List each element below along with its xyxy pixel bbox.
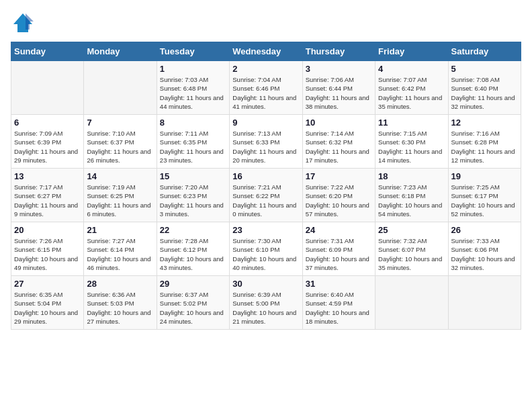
day-number: 25 — [378, 225, 445, 235]
day-info: Sunrise: 6:35 AM Sunset: 5:04 PM Dayligh… — [14, 290, 81, 326]
day-info: Sunrise: 7:19 AM Sunset: 6:25 PM Dayligh… — [87, 183, 153, 218]
calendar-cell: 11Sunrise: 7:15 AM Sunset: 6:30 PM Dayli… — [375, 115, 448, 169]
day-number: 17 — [306, 171, 372, 181]
calendar-cell: 7Sunrise: 7:10 AM Sunset: 6:37 PM Daylig… — [84, 115, 157, 169]
day-number: 1 — [160, 64, 226, 74]
day-info: Sunrise: 6:37 AM Sunset: 5:02 PM Dayligh… — [160, 290, 226, 326]
day-number: 6 — [14, 118, 81, 128]
weekday-header-sunday: Sunday — [11, 42, 84, 61]
day-number: 12 — [451, 118, 518, 128]
weekday-header-friday: Friday — [375, 42, 448, 61]
day-info: Sunrise: 7:28 AM Sunset: 6:12 PM Dayligh… — [160, 236, 226, 272]
calendar-header: SundayMondayTuesdayWednesdayThursdayFrid… — [11, 42, 521, 61]
calendar-cell: 25Sunrise: 7:32 AM Sunset: 6:07 PM Dayli… — [375, 222, 448, 276]
day-number: 29 — [160, 279, 226, 289]
day-number: 20 — [14, 225, 81, 235]
calendar-cell: 19Sunrise: 7:25 AM Sunset: 6:17 PM Dayli… — [448, 169, 521, 222]
calendar-cell: 26Sunrise: 7:33 AM Sunset: 6:06 PM Dayli… — [448, 222, 521, 276]
calendar-cell: 17Sunrise: 7:22 AM Sunset: 6:20 PM Dayli… — [302, 169, 375, 222]
day-info: Sunrise: 7:07 AM Sunset: 6:42 PM Dayligh… — [378, 75, 445, 111]
day-info: Sunrise: 7:20 AM Sunset: 6:23 PM Dayligh… — [160, 183, 226, 218]
day-info: Sunrise: 7:10 AM Sunset: 6:37 PM Dayligh… — [87, 129, 153, 165]
day-info: Sunrise: 7:33 AM Sunset: 6:06 PM Dayligh… — [451, 236, 518, 272]
day-info: Sunrise: 7:09 AM Sunset: 6:39 PM Dayligh… — [14, 129, 81, 165]
week-row-3: 13Sunrise: 7:17 AM Sunset: 6:27 PM Dayli… — [11, 169, 521, 222]
calendar-cell: 29Sunrise: 6:37 AM Sunset: 5:02 PM Dayli… — [157, 276, 229, 330]
calendar-cell: 16Sunrise: 7:21 AM Sunset: 6:22 PM Dayli… — [230, 169, 302, 222]
day-number: 26 — [451, 225, 518, 235]
day-info: Sunrise: 7:32 AM Sunset: 6:07 PM Dayligh… — [378, 236, 445, 272]
day-number: 7 — [87, 118, 153, 128]
calendar-cell: 2Sunrise: 7:04 AM Sunset: 6:46 PM Daylig… — [230, 61, 302, 115]
calendar-body: 1Sunrise: 7:03 AM Sunset: 6:48 PM Daylig… — [11, 61, 521, 330]
day-number: 22 — [160, 225, 226, 235]
calendar-cell: 20Sunrise: 7:26 AM Sunset: 6:15 PM Dayli… — [11, 222, 84, 276]
day-info: Sunrise: 6:40 AM Sunset: 4:59 PM Dayligh… — [306, 290, 372, 326]
day-number: 31 — [306, 279, 372, 289]
calendar-cell — [375, 276, 448, 330]
day-number: 27 — [14, 279, 81, 289]
day-number: 28 — [87, 279, 153, 289]
calendar-cell: 12Sunrise: 7:16 AM Sunset: 6:28 PM Dayli… — [448, 115, 521, 169]
day-info: Sunrise: 7:06 AM Sunset: 6:44 PM Dayligh… — [306, 75, 372, 111]
day-info: Sunrise: 6:39 AM Sunset: 5:00 PM Dayligh… — [232, 290, 299, 326]
calendar-cell: 18Sunrise: 7:23 AM Sunset: 6:18 PM Dayli… — [375, 169, 448, 222]
calendar-cell: 14Sunrise: 7:19 AM Sunset: 6:25 PM Dayli… — [84, 169, 157, 222]
calendar-cell: 31Sunrise: 6:40 AM Sunset: 4:59 PM Dayli… — [302, 276, 375, 330]
calendar-cell: 30Sunrise: 6:39 AM Sunset: 5:00 PM Dayli… — [230, 276, 302, 330]
day-number: 11 — [378, 118, 445, 128]
day-number: 19 — [451, 171, 518, 181]
calendar-cell: 23Sunrise: 7:30 AM Sunset: 6:10 PM Dayli… — [230, 222, 302, 276]
day-number: 30 — [232, 279, 299, 289]
calendar-cell: 24Sunrise: 7:31 AM Sunset: 6:09 PM Dayli… — [302, 222, 375, 276]
calendar-cell: 6Sunrise: 7:09 AM Sunset: 6:39 PM Daylig… — [11, 115, 84, 169]
day-number: 21 — [87, 225, 153, 235]
calendar-cell: 3Sunrise: 7:06 AM Sunset: 6:44 PM Daylig… — [302, 61, 375, 115]
weekday-header-tuesday: Tuesday — [157, 42, 229, 61]
day-number: 23 — [232, 225, 299, 235]
calendar-cell: 5Sunrise: 7:08 AM Sunset: 6:40 PM Daylig… — [448, 61, 521, 115]
day-number: 4 — [378, 64, 445, 74]
day-info: Sunrise: 7:25 AM Sunset: 6:17 PM Dayligh… — [451, 183, 518, 218]
calendar-cell: 28Sunrise: 6:36 AM Sunset: 5:03 PM Dayli… — [84, 276, 157, 330]
week-row-2: 6Sunrise: 7:09 AM Sunset: 6:39 PM Daylig… — [11, 115, 521, 169]
weekday-row: SundayMondayTuesdayWednesdayThursdayFrid… — [11, 42, 521, 61]
calendar-cell: 9Sunrise: 7:13 AM Sunset: 6:33 PM Daylig… — [230, 115, 302, 169]
day-number: 8 — [160, 118, 226, 128]
week-row-1: 1Sunrise: 7:03 AM Sunset: 6:48 PM Daylig… — [11, 61, 521, 115]
day-number: 5 — [451, 64, 518, 74]
calendar-cell — [84, 61, 157, 115]
day-info: Sunrise: 7:16 AM Sunset: 6:28 PM Dayligh… — [451, 129, 518, 165]
day-number: 24 — [306, 225, 372, 235]
calendar-cell — [11, 61, 84, 115]
day-info: Sunrise: 7:31 AM Sunset: 6:09 PM Dayligh… — [306, 236, 372, 272]
day-info: Sunrise: 7:04 AM Sunset: 6:46 PM Dayligh… — [232, 75, 299, 111]
page-header — [11, 11, 521, 35]
day-info: Sunrise: 7:26 AM Sunset: 6:15 PM Dayligh… — [14, 236, 81, 272]
day-info: Sunrise: 7:27 AM Sunset: 6:14 PM Dayligh… — [87, 236, 153, 272]
day-number: 10 — [306, 118, 372, 128]
calendar-table: SundayMondayTuesdayWednesdayThursdayFrid… — [11, 42, 521, 330]
day-info: Sunrise: 6:36 AM Sunset: 5:03 PM Dayligh… — [87, 290, 153, 326]
calendar-cell: 4Sunrise: 7:07 AM Sunset: 6:42 PM Daylig… — [375, 61, 448, 115]
day-info: Sunrise: 7:30 AM Sunset: 6:10 PM Dayligh… — [232, 236, 299, 272]
day-info: Sunrise: 7:14 AM Sunset: 6:32 PM Dayligh… — [306, 129, 372, 165]
day-number: 13 — [14, 171, 81, 181]
calendar-cell: 15Sunrise: 7:20 AM Sunset: 6:23 PM Dayli… — [157, 169, 229, 222]
day-info: Sunrise: 7:23 AM Sunset: 6:18 PM Dayligh… — [378, 183, 445, 218]
day-info: Sunrise: 7:15 AM Sunset: 6:30 PM Dayligh… — [378, 129, 445, 165]
weekday-header-monday: Monday — [84, 42, 157, 61]
logo-icon — [11, 11, 35, 35]
weekday-header-thursday: Thursday — [302, 42, 375, 61]
day-info: Sunrise: 7:03 AM Sunset: 6:48 PM Dayligh… — [160, 75, 226, 111]
weekday-header-saturday: Saturday — [448, 42, 521, 61]
calendar-cell: 13Sunrise: 7:17 AM Sunset: 6:27 PM Dayli… — [11, 169, 84, 222]
svg-marker-1 — [26, 13, 34, 30]
day-number: 2 — [232, 64, 299, 74]
weekday-header-wednesday: Wednesday — [230, 42, 302, 61]
day-number: 16 — [232, 171, 299, 181]
day-info: Sunrise: 7:11 AM Sunset: 6:35 PM Dayligh… — [160, 129, 226, 165]
day-info: Sunrise: 7:13 AM Sunset: 6:33 PM Dayligh… — [232, 129, 299, 165]
calendar-cell: 27Sunrise: 6:35 AM Sunset: 5:04 PM Dayli… — [11, 276, 84, 330]
week-row-5: 27Sunrise: 6:35 AM Sunset: 5:04 PM Dayli… — [11, 276, 521, 330]
